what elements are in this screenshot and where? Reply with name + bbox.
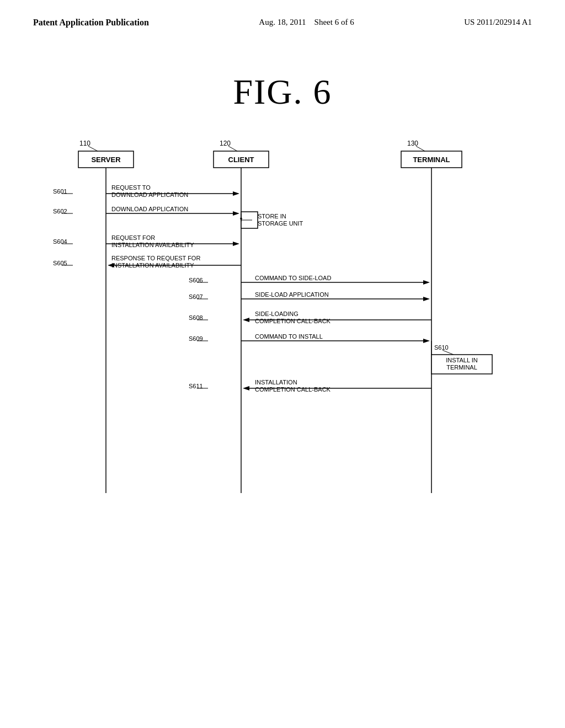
figure-title: FIG. 6: [0, 72, 565, 113]
publication-title: Patent Application Publication: [33, 18, 149, 28]
svg-marker-60: [243, 318, 249, 322]
svg-text:S610: S610: [434, 344, 449, 351]
svg-marker-65: [423, 339, 430, 343]
svg-text:120: 120: [220, 140, 231, 147]
svg-text:130: 130: [407, 140, 418, 147]
publication-date: Aug. 18, 2011: [259, 18, 306, 26]
sequence-diagram: SERVER 110 CLIENT 120 TERMINAL 130 S601 …: [45, 135, 520, 510]
svg-line-67: [443, 350, 454, 355]
svg-text:RESPONSE TO REQUEST FOR: RESPONSE TO REQUEST FOR: [111, 255, 200, 261]
diagram-svg: SERVER 110 CLIENT 120 TERMINAL 130 S601 …: [45, 135, 520, 510]
svg-marker-54: [423, 297, 430, 301]
svg-line-11: [416, 146, 425, 151]
svg-text:COMMAND TO INSTALL: COMMAND TO INSTALL: [255, 333, 323, 340]
svg-text:TERMINAL: TERMINAL: [446, 364, 477, 371]
svg-text:TERMINAL: TERMINAL: [413, 156, 450, 164]
svg-marker-77: [243, 386, 249, 390]
page-header: Patent Application Publication Aug. 18, …: [0, 0, 565, 28]
svg-line-3: [88, 146, 98, 151]
svg-text:110: 110: [79, 140, 90, 147]
svg-text:INSTALLATION AVAILABILITY: INSTALLATION AVAILABILITY: [111, 242, 194, 248]
svg-marker-25: [233, 211, 239, 216]
svg-text:COMPLETION CALL-BACK: COMPLETION CALL-BACK: [255, 386, 331, 393]
svg-marker-20: [233, 191, 239, 196]
svg-marker-44: [108, 263, 114, 267]
svg-text:DOWNLOAD APPLICATION: DOWNLOAD APPLICATION: [111, 191, 188, 198]
svg-text:SERVER: SERVER: [91, 156, 121, 164]
publication-sheet: Sheet 6 of 6: [315, 18, 354, 26]
svg-text:DOWNLOAD APPLICATION: DOWNLOAD APPLICATION: [111, 206, 188, 212]
svg-marker-38: [233, 242, 239, 246]
svg-text:SIDE-LOAD APPLICATION: SIDE-LOAD APPLICATION: [255, 291, 329, 298]
svg-line-7: [228, 146, 237, 151]
svg-text:INSTALLATION: INSTALLATION: [255, 379, 297, 386]
svg-text:STORE IN: STORE IN: [258, 213, 286, 220]
svg-text:CLIENT: CLIENT: [228, 156, 254, 164]
svg-text:REQUEST FOR: REQUEST FOR: [111, 234, 155, 241]
publication-date-sheet: Aug. 18, 2011 Sheet 6 of 6: [259, 18, 354, 27]
svg-marker-49: [423, 280, 430, 285]
svg-text:COMPLETION CALL-BACK: COMPLETION CALL-BACK: [255, 318, 331, 324]
svg-text:COMMAND TO SIDE-LOAD: COMMAND TO SIDE-LOAD: [255, 275, 331, 281]
svg-text:REQUEST TO: REQUEST TO: [111, 184, 151, 191]
svg-text:STORAGE UNIT: STORAGE UNIT: [258, 220, 303, 227]
publication-number: US 2011/202914 A1: [464, 18, 532, 27]
svg-text:SIDE-LOADING: SIDE-LOADING: [255, 311, 299, 317]
svg-text:INSTALL IN: INSTALL IN: [446, 357, 478, 363]
